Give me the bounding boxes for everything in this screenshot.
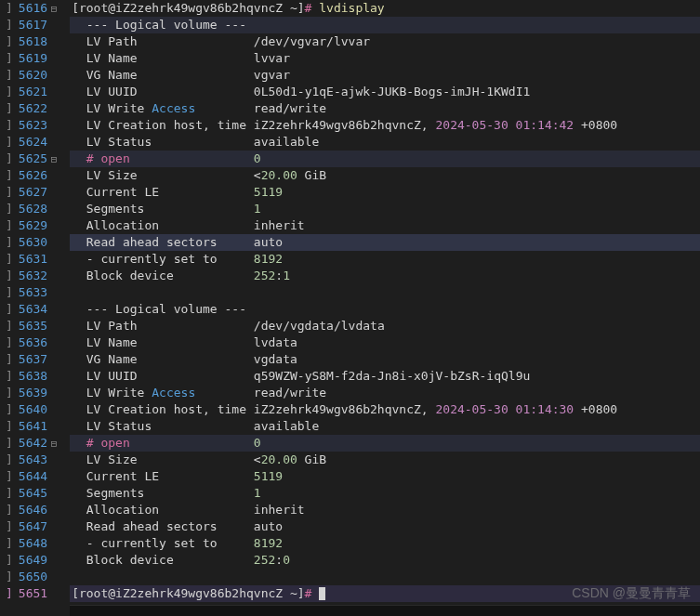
editor-container: ] 5616⊟ ] 5617 ] 5618 ] 5619 ] 5620 ] 56… bbox=[0, 0, 700, 616]
terminal-line: LV Size <20.00 GiB bbox=[70, 452, 700, 468]
terminal-line: LV Status available bbox=[70, 134, 700, 151]
code-area[interactable]: [root@iZ2zehrk49wgv86b2hqvncZ ~]# lvdisp… bbox=[70, 0, 700, 616]
terminal-line: Block device 252:1 bbox=[70, 268, 700, 284]
terminal-line: VG Name vgdata bbox=[70, 351, 700, 368]
terminal-line: # open 0 bbox=[70, 435, 700, 452]
line-number[interactable]: ] 5636 bbox=[0, 334, 66, 351]
terminal-line: # open 0 bbox=[70, 151, 700, 167]
line-number[interactable]: ] 5626 bbox=[0, 167, 66, 184]
line-number[interactable]: ] 5624 bbox=[0, 134, 66, 151]
line-number[interactable]: ] 5619 bbox=[0, 50, 66, 67]
line-number[interactable]: ] 5622 bbox=[0, 100, 66, 117]
line-number[interactable]: ] 5649 bbox=[0, 552, 66, 569]
terminal-line: LV Write Access read/write bbox=[70, 385, 700, 401]
terminal-line: LV Creation host, time iZ2zehrk49wgv86b2… bbox=[70, 117, 700, 134]
line-number[interactable]: ] 5628 bbox=[0, 201, 66, 217]
line-number-active[interactable]: ] 5651 bbox=[0, 585, 66, 602]
watermark: CSDN @曼曼青青草 bbox=[572, 584, 691, 601]
line-number[interactable]: ] 5644 bbox=[0, 468, 66, 485]
terminal-line: LV Name lvdata bbox=[70, 334, 700, 351]
line-number[interactable]: ] 5648 bbox=[0, 535, 66, 552]
terminal-line: LV Path /dev/vgvar/lvvar bbox=[70, 33, 700, 50]
line-number[interactable]: ] 5638 bbox=[0, 368, 66, 385]
line-number[interactable]: ] 5631 bbox=[0, 251, 66, 268]
line-number[interactable]: ] 5635 bbox=[0, 318, 66, 334]
line-number[interactable]: ] 5617 bbox=[0, 17, 66, 33]
terminal-line: - currently set to 8192 bbox=[70, 251, 700, 268]
terminal-line: Current LE 5119 bbox=[70, 468, 700, 485]
line-number[interactable]: ] 5647 bbox=[0, 518, 66, 535]
line-number[interactable]: ] 5645 bbox=[0, 485, 66, 502]
terminal-line: Read ahead sectors auto bbox=[70, 518, 700, 535]
line-number[interactable]: ] 5643 bbox=[0, 452, 66, 468]
terminal-line: - currently set to 8192 bbox=[70, 535, 700, 552]
terminal-line: Segments 1 bbox=[70, 485, 700, 502]
terminal-line: Segments 1 bbox=[70, 201, 700, 217]
cursor-icon bbox=[319, 587, 325, 600]
terminal-line: LV Size <20.00 GiB bbox=[70, 167, 700, 184]
status-bar bbox=[70, 605, 700, 616]
line-number[interactable]: ] 5625⊟ bbox=[0, 151, 66, 167]
line-number[interactable]: ] 5646 bbox=[0, 502, 66, 518]
terminal-line: Read ahead sectors auto bbox=[70, 234, 700, 251]
line-number[interactable]: ] 5623 bbox=[0, 117, 66, 134]
terminal-line: LV Write Access read/write bbox=[70, 100, 700, 117]
line-number[interactable]: ] 5642⊟ bbox=[0, 435, 66, 452]
terminal-line: --- Logical volume --- bbox=[70, 301, 700, 318]
line-number[interactable]: ] 5627 bbox=[0, 184, 66, 201]
line-number[interactable]: ] 5637 bbox=[0, 351, 66, 368]
line-number[interactable]: ] 5641 bbox=[0, 418, 66, 435]
terminal-line: LV UUID 0L50d1-y1qE-ajwk-JUKB-Bogs-imJH-… bbox=[70, 84, 700, 100]
terminal-line bbox=[70, 569, 700, 585]
line-number[interactable]: ] 5629 bbox=[0, 217, 66, 234]
line-number[interactable]: ] 5621 bbox=[0, 84, 66, 100]
line-number[interactable]: ] 5640 bbox=[0, 401, 66, 418]
terminal-line: VG Name vgvar bbox=[70, 67, 700, 84]
terminal-line: Allocation inherit bbox=[70, 502, 700, 518]
line-gutter: ] 5616⊟ ] 5617 ] 5618 ] 5619 ] 5620 ] 56… bbox=[0, 0, 70, 616]
line-number[interactable]: ] 5630 bbox=[0, 234, 66, 251]
line-number[interactable]: ] 5620 bbox=[0, 67, 66, 84]
line-number[interactable]: ] 5632 bbox=[0, 268, 66, 284]
line-number[interactable]: ] 5639 bbox=[0, 385, 66, 401]
terminal-line: Block device 252:0 bbox=[70, 552, 700, 569]
terminal-line: LV Name lvvar bbox=[70, 50, 700, 67]
terminal-line: LV Creation host, time iZ2zehrk49wgv86b2… bbox=[70, 401, 700, 418]
terminal-line: Current LE 5119 bbox=[70, 184, 700, 201]
terminal-line: LV Path /dev/vgdata/lvdata bbox=[70, 318, 700, 334]
terminal-line: LV Status available bbox=[70, 418, 700, 435]
line-number[interactable]: ] 5634 bbox=[0, 301, 66, 318]
line-number[interactable]: ] 5650 bbox=[0, 569, 66, 585]
terminal-line: LV UUID q59WZW-yS8M-f2da-Jn8i-x0jV-bZsR-… bbox=[70, 368, 700, 385]
line-number[interactable]: ] 5616⊟ bbox=[0, 0, 66, 17]
terminal-line: [root@iZ2zehrk49wgv86b2hqvncZ ~]# lvdisp… bbox=[70, 0, 700, 17]
terminal-line: Allocation inherit bbox=[70, 217, 700, 234]
terminal-line bbox=[70, 284, 700, 301]
terminal-line: --- Logical volume --- bbox=[70, 17, 700, 33]
line-number[interactable]: ] 5618 bbox=[0, 33, 66, 50]
line-number[interactable]: ] 5633 bbox=[0, 284, 66, 301]
